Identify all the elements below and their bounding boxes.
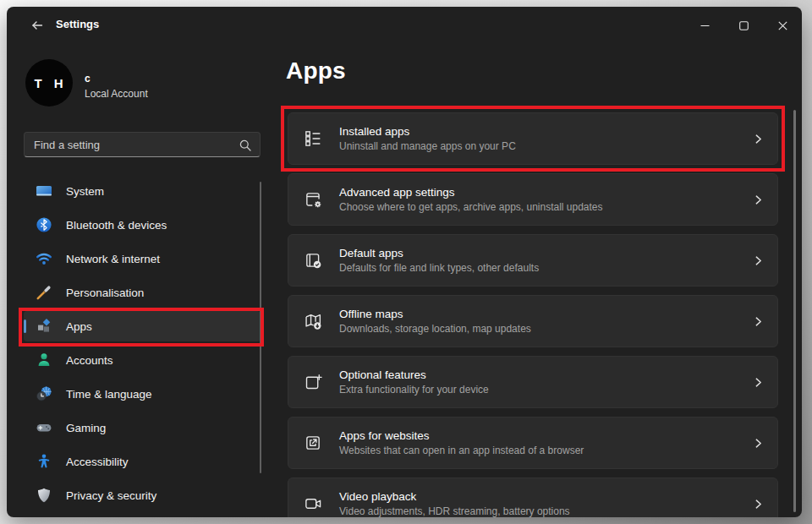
card-title: Apps for websites <box>339 429 584 442</box>
card-title: Offline maps <box>339 308 531 320</box>
avatar: T H <box>25 59 73 106</box>
card-optional-features[interactable]: Optional features Extra functionality fo… <box>288 356 778 408</box>
settings-card-list: Installed apps Uninstall and manage apps… <box>288 112 778 517</box>
card-subtitle: Choose where to get apps, archive apps, … <box>339 201 603 213</box>
back-arrow-icon <box>30 19 44 32</box>
sidebar-item-accounts[interactable]: Accounts <box>24 345 261 375</box>
sidebar-item-network-internet[interactable]: Network & internet <box>24 243 261 274</box>
accessibility-icon <box>36 453 52 470</box>
search-box <box>24 132 261 157</box>
main-scrollbar[interactable] <box>793 110 796 512</box>
installed-apps-icon <box>304 129 322 148</box>
sidebar-item-apps[interactable]: Apps <box>24 311 261 341</box>
sidebar-item-gaming[interactable]: Gaming <box>24 412 261 443</box>
sidebar-item-label: Accessibility <box>66 456 129 468</box>
sidebar-item-accessibility[interactable]: Accessibility <box>24 446 261 477</box>
search-input[interactable] <box>25 133 260 156</box>
privacy-icon <box>36 487 52 504</box>
sidebar-item-bluetooth-devices[interactable]: Bluetooth & devices <box>24 210 261 240</box>
maximize-button[interactable] <box>724 7 763 44</box>
sidebar-item-personalisation[interactable]: Personalisation <box>24 277 261 308</box>
card-subtitle: Defaults for file and link types, other … <box>339 262 539 274</box>
card-title: Video playback <box>339 490 570 503</box>
user-name: c <box>85 73 91 85</box>
sidebar-item-label: Time & language <box>66 388 152 401</box>
gaming-icon <box>36 419 52 436</box>
settings-window: Settings T H c Local Account <box>7 7 802 517</box>
sidebar-scrollbar[interactable] <box>260 182 261 473</box>
card-title: Default apps <box>339 247 539 259</box>
sidebar-item-label: Network & internet <box>66 253 160 265</box>
apps-for-websites-icon <box>304 434 322 452</box>
advanced-app-settings-icon <box>304 190 322 209</box>
search-icon <box>239 139 252 152</box>
video-playback-icon <box>304 494 322 513</box>
user-profile[interactable]: T H c Local Account <box>24 49 261 123</box>
card-subtitle: Downloads, storage location, map updates <box>339 323 531 335</box>
optional-features-icon <box>304 373 322 391</box>
chevron-right-icon <box>753 134 764 145</box>
sidebar-item-label: Bluetooth & devices <box>66 219 167 232</box>
maximize-icon <box>739 21 749 30</box>
sidebar-nav: System Bluetooth & devices Network & int… <box>24 176 261 510</box>
card-installed-apps[interactable]: Installed apps Uninstall and manage apps… <box>288 112 778 165</box>
offline-maps-icon <box>304 312 322 330</box>
sidebar-item-time-language[interactable]: Time & language <box>24 379 261 409</box>
card-offline-maps[interactable]: Offline maps Downloads, storage location… <box>288 295 778 347</box>
titlebar: Settings <box>7 7 802 44</box>
system-icon <box>36 183 52 199</box>
sidebar-item-privacy-security[interactable]: Privacy & security <box>24 480 261 510</box>
page-title: Apps <box>286 57 346 85</box>
sidebar-item-label: Accounts <box>66 354 113 367</box>
chevron-right-icon <box>753 255 764 266</box>
account-type: Local Account <box>85 88 148 100</box>
chevron-right-icon <box>753 377 764 388</box>
card-subtitle: Video adjustments, HDR streaming, batter… <box>339 505 570 517</box>
sidebar: T H c Local Account System Bluetooth & <box>24 49 261 514</box>
sidebar-item-label: Apps <box>66 320 92 333</box>
minimize-icon <box>700 21 710 30</box>
default-apps-icon <box>304 251 322 270</box>
card-video-playback[interactable]: Video playback Video adjustments, HDR st… <box>288 478 778 517</box>
back-button[interactable] <box>22 13 52 38</box>
minimize-button[interactable] <box>685 7 724 44</box>
chevron-right-icon <box>753 438 764 449</box>
chevron-right-icon <box>753 194 764 205</box>
card-title: Optional features <box>339 368 489 381</box>
sidebar-item-label: Privacy & security <box>66 489 156 502</box>
time-language-icon <box>36 385 52 402</box>
card-title: Installed apps <box>339 125 516 138</box>
sidebar-item-label: System <box>66 185 104 198</box>
selection-indicator <box>24 319 26 333</box>
sidebar-item-system[interactable]: System <box>24 176 261 206</box>
network-icon <box>36 250 52 267</box>
card-subtitle: Extra functionality for your device <box>339 384 489 396</box>
card-advanced-app-settings[interactable]: Advanced app settings Choose where to ge… <box>288 173 778 226</box>
window-title: Settings <box>56 18 99 30</box>
card-subtitle: Uninstall and manage apps on your PC <box>339 140 516 152</box>
card-default-apps[interactable]: Default apps Defaults for file and link … <box>288 234 778 287</box>
window-controls <box>685 7 802 44</box>
card-subtitle: Websites that can open in an app instead… <box>339 445 584 456</box>
sidebar-item-label: Gaming <box>66 422 106 434</box>
close-button[interactable] <box>763 7 802 44</box>
apps-icon <box>36 318 52 335</box>
chevron-right-icon <box>753 499 764 510</box>
close-icon <box>778 21 787 30</box>
chevron-right-icon <box>753 316 764 327</box>
card-title: Advanced app settings <box>339 186 603 199</box>
bluetooth-icon <box>36 216 52 233</box>
accounts-icon <box>36 352 52 368</box>
sidebar-item-label: Personalisation <box>66 287 144 299</box>
personalisation-icon <box>36 284 52 301</box>
card-apps-for-websites[interactable]: Apps for websites Websites that can open… <box>288 417 778 469</box>
